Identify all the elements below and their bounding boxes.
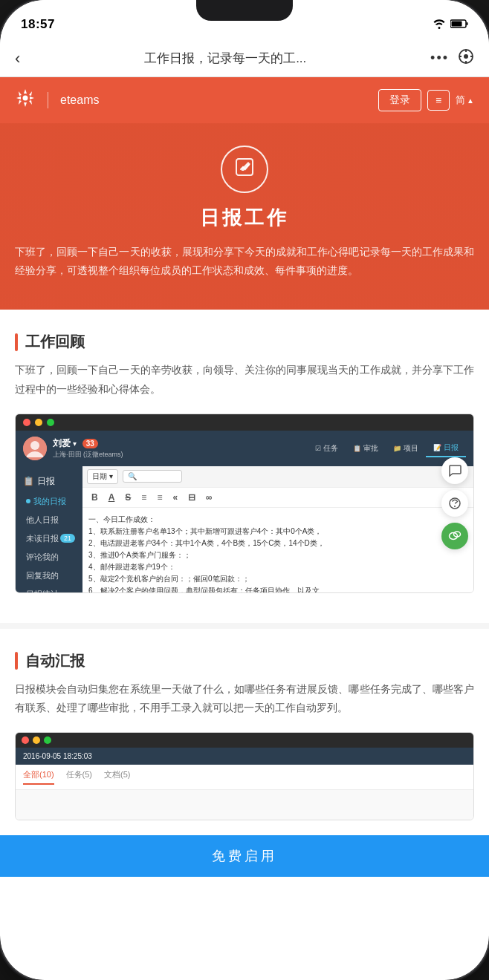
menu-button[interactable]: ≡ bbox=[427, 90, 450, 111]
app-main: 日期 ▾ 🔍 B A S ≡ ≡ « ⊟ bbox=[82, 466, 473, 592]
app-avatar bbox=[23, 437, 47, 460]
hero-section: 日报工作 下班了，回顾一下自己一天的收获，展现和分享下今天的成就和工作心得吧记录… bbox=[0, 123, 489, 310]
svg-point-12 bbox=[30, 441, 39, 450]
sidebar-my-daily: 我的日报 bbox=[16, 492, 82, 511]
app-sidebar: 📋 日报 我的日报 他人日报 bbox=[16, 466, 82, 592]
hero-icon-circle bbox=[221, 146, 268, 193]
app-user-sub: 上海·田田 (泛微eteams) bbox=[53, 450, 123, 460]
brand-logo-icon bbox=[15, 88, 36, 113]
app-content-area: 一、今日工作成效： 1、联系新注册客户名单13个；其中新增可跟进客户4个：其中0… bbox=[82, 508, 473, 592]
hero-title: 日报工作 bbox=[15, 205, 474, 231]
svg-point-14 bbox=[454, 506, 456, 507]
section1-title-wrap: 工作回顾 bbox=[15, 332, 474, 352]
brand-name: eteams bbox=[60, 94, 99, 107]
app-sidebar-header: 📋 日报 bbox=[16, 471, 82, 492]
section2-title-wrap: 自动汇报 bbox=[15, 651, 474, 671]
svg-rect-2 bbox=[467, 22, 468, 25]
cta-button[interactable]: 免费启用 bbox=[212, 847, 277, 865]
app-date-btn[interactable]: 日期 ▾ bbox=[87, 469, 118, 484]
app-date-bar: 日期 ▾ 🔍 bbox=[82, 466, 473, 488]
bottom-cta: 免费启用 bbox=[0, 835, 489, 877]
toolbar-list2[interactable]: ≡ bbox=[154, 491, 165, 504]
app-nav-task: ☑ 任务 bbox=[308, 440, 346, 457]
mini-tab-all[interactable]: 全部(10) bbox=[23, 769, 54, 785]
app-nav-daily: 📝 日报 bbox=[426, 440, 466, 457]
section-auto-report: 自动汇报 日报模块会自动归集您在系统里一天做了什么，如哪些任务有进展反馈、哪些任… bbox=[0, 623, 489, 835]
app-screenshot: 刘爱 ▾ 33 上海·田田 (泛微eteams) ☑ 任务 bbox=[15, 414, 474, 593]
support-float-button[interactable] bbox=[441, 490, 468, 517]
chat-float-button[interactable] bbox=[441, 457, 468, 484]
section-work-review: 工作回顾 下班了，回顾一下自己一天的辛劳收获，向领导、关注你的同事展现当天的工作… bbox=[0, 310, 489, 622]
battery-icon bbox=[450, 18, 468, 31]
app-user-info: 刘爱 ▾ 33 上海·田田 (泛微eteams) bbox=[53, 437, 123, 460]
app-search-input[interactable]: 🔍 bbox=[123, 470, 182, 483]
brand-divider bbox=[48, 92, 48, 108]
brand-actions: 登录 ≡ 简 ▲ bbox=[378, 89, 474, 111]
svg-point-9 bbox=[23, 96, 28, 101]
app-nav-approval: 📋 审批 bbox=[346, 440, 386, 457]
mini-timestamp: 2016-09-05 18:25:03 bbox=[23, 752, 92, 760]
mini-close-dot bbox=[22, 736, 29, 744]
svg-point-4 bbox=[464, 54, 468, 59]
screenshot-wrap: 刘爱 ▾ 33 上海·田田 (泛微eteams) ☑ 任务 bbox=[15, 414, 474, 593]
status-icons bbox=[433, 18, 468, 31]
toolbar-quote[interactable]: « bbox=[169, 491, 181, 504]
sidebar-stats: 日报统计 bbox=[16, 585, 82, 593]
content-scroll[interactable]: eteams 登录 ≡ 简 ▲ 日报工作 bbox=[0, 77, 489, 980]
app-titlebar bbox=[16, 414, 473, 431]
wechat-float-button[interactable] bbox=[441, 523, 468, 549]
section2-title: 自动汇报 bbox=[25, 651, 85, 671]
back-button[interactable]: ‹ bbox=[15, 49, 20, 68]
sidebar-unread-daily: 未读日报 21 bbox=[16, 529, 82, 548]
float-buttons bbox=[441, 457, 468, 549]
sidebar-other-daily: 他人日报 bbox=[16, 511, 82, 529]
phone-frame: 18:57 ‹ 工作日报，记录每一天的工... ••• bbox=[0, 0, 489, 980]
section2-bar bbox=[15, 652, 18, 670]
mini-tab-docs[interactable]: 文档(5) bbox=[104, 769, 130, 785]
toolbar-bold[interactable]: B bbox=[88, 491, 101, 504]
app-nav-project: 📁 项目 bbox=[386, 440, 426, 457]
sidebar-comment-me: 评论我的 bbox=[16, 548, 82, 566]
section2-desc: 日报模块会自动归集您在系统里一天做了什么，如哪些任务有进展反馈、哪些任务完成了、… bbox=[15, 680, 474, 717]
toolbar-list1[interactable]: ≡ bbox=[138, 491, 149, 504]
section1-bar bbox=[15, 333, 18, 351]
notch bbox=[196, 0, 293, 21]
home-indicator bbox=[192, 970, 297, 974]
close-dot bbox=[23, 419, 30, 426]
toolbar-table[interactable]: ⊟ bbox=[185, 491, 198, 504]
section1-desc: 下班了，回顾一下自己一天的辛劳收获，向领导、关注你的同事展现当天的工作成就，并分… bbox=[15, 361, 474, 398]
app-user-name: 刘爱 ▾ 33 bbox=[53, 437, 123, 450]
sidebar-header-title: 日报 bbox=[37, 475, 55, 488]
toolbar-link[interactable]: ∞ bbox=[203, 491, 216, 504]
minimize-dot bbox=[35, 419, 42, 426]
brand-bar: eteams 登录 ≡ 简 ▲ bbox=[0, 77, 489, 123]
status-bar: 18:57 bbox=[0, 0, 489, 40]
toolbar-underline[interactable]: A bbox=[106, 491, 118, 504]
mini-screenshot: 2016-09-05 18:25:03 全部(10) 任务(5) 文档(5) bbox=[15, 732, 474, 820]
nav-dots[interactable]: ••• bbox=[430, 50, 449, 66]
mini-tab-tasks[interactable]: 任务(5) bbox=[66, 769, 92, 785]
section1-title: 工作回顾 bbox=[25, 332, 85, 352]
brand-logo: eteams bbox=[15, 88, 99, 113]
mini-titlebar bbox=[16, 733, 473, 748]
toolbar-strikethrough[interactable]: S bbox=[122, 491, 134, 504]
nav-bar: ‹ 工作日报，记录每一天的工... ••• bbox=[0, 40, 489, 77]
app-toolbar: B A S ≡ ≡ « ⊟ ∞ bbox=[82, 488, 473, 508]
mini-maximize-dot bbox=[44, 736, 51, 744]
nav-target-icon[interactable] bbox=[458, 48, 474, 68]
lang-selector[interactable]: 简 ▲ bbox=[456, 94, 474, 107]
phone-screen: 18:57 ‹ 工作日报，记录每一天的工... ••• bbox=[0, 0, 489, 980]
hero-desc: 下班了，回顾一下自己一天的收获，展现和分享下今天的成就和工作心得吧记录每一天的工… bbox=[15, 243, 474, 280]
status-time: 18:57 bbox=[21, 17, 55, 32]
app-nav-items: ☑ 任务 📋 审批 📁 项目 bbox=[308, 440, 466, 457]
app-body: 📋 日报 我的日报 他人日报 bbox=[16, 466, 473, 592]
maximize-dot bbox=[47, 419, 54, 426]
nav-title: 工作日报，记录每一天的工... bbox=[20, 50, 430, 67]
sidebar-reply-me: 回复我的 bbox=[16, 566, 82, 585]
svg-rect-1 bbox=[452, 22, 462, 27]
hero-icon bbox=[233, 156, 256, 183]
mini-minimize-dot bbox=[33, 736, 40, 744]
app-topbar: 刘爱 ▾ 33 上海·田田 (泛微eteams) ☑ 任务 bbox=[16, 431, 473, 466]
login-button[interactable]: 登录 bbox=[378, 89, 421, 111]
wifi-icon bbox=[433, 19, 446, 31]
